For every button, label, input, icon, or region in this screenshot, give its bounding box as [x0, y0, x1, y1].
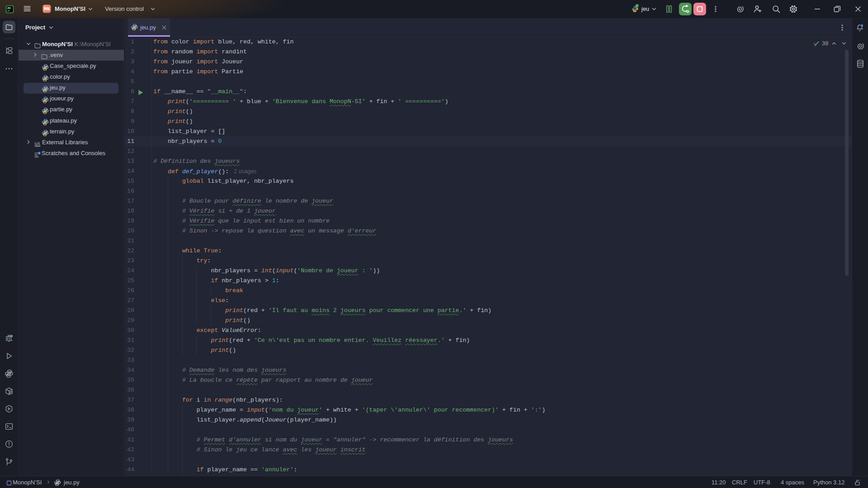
svg-text:PC: PC [7, 7, 11, 9]
svg-text:MN: MN [44, 6, 50, 12]
